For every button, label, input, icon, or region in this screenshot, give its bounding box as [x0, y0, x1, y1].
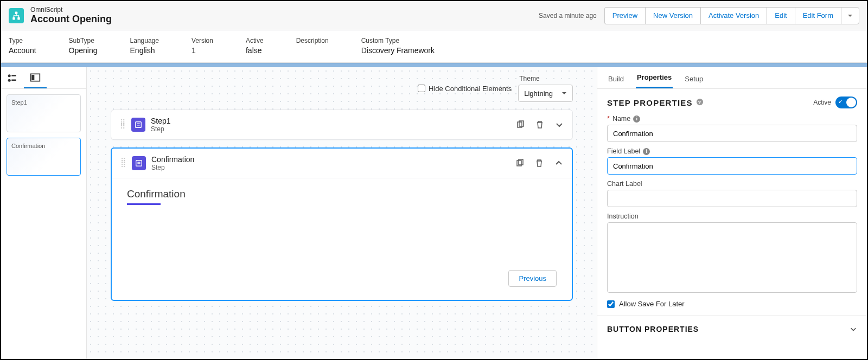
- meta-label: Version: [192, 37, 213, 44]
- meta-value: false: [246, 46, 264, 55]
- thumb-confirmation[interactable]: Confirmation: [7, 138, 81, 176]
- step-name: Step1: [151, 117, 171, 125]
- accordion-title: BUTTON PROPERTIES: [607, 325, 699, 333]
- thumb-step1[interactable]: Step1: [7, 94, 81, 132]
- thumbnail-view-tab[interactable]: [24, 67, 47, 88]
- info-icon[interactable]: i: [643, 148, 650, 155]
- allow-save-label: Allow Save For Later: [619, 300, 685, 308]
- step-icon: [132, 156, 146, 170]
- step-name: Confirmation: [151, 155, 194, 164]
- tab-setup[interactable]: Setup: [684, 69, 704, 88]
- info-icon[interactable]: i: [633, 115, 640, 123]
- instruction-label: Instruction: [607, 213, 639, 220]
- chevron-up-icon: [554, 159, 563, 168]
- tree-icon: [7, 73, 18, 83]
- expand-button[interactable]: [555, 120, 564, 129]
- meta-label: Description: [296, 37, 329, 44]
- top-band: [1, 63, 867, 67]
- hide-conditional-label: Hide Conditional Elements: [429, 85, 512, 93]
- help-icon[interactable]: ?: [696, 98, 704, 107]
- step-type: Step: [151, 164, 194, 171]
- button-properties-accordion[interactable]: BUTTON PROPERTIES: [597, 316, 867, 342]
- meta-label: SubType: [69, 37, 98, 44]
- active-label: Active: [813, 99, 831, 106]
- tab-properties[interactable]: Properties: [636, 68, 673, 88]
- new-version-button[interactable]: New Version: [645, 7, 700, 24]
- left-sidebar: Step1 Confirmation: [1, 67, 87, 359]
- more-menu-button[interactable]: [841, 7, 859, 24]
- section-title: STEP PROPERTIES: [607, 98, 693, 107]
- allow-save-checkbox[interactable]: Allow Save For Later: [607, 300, 857, 308]
- collapse-button[interactable]: [554, 159, 563, 168]
- drag-handle-icon[interactable]: ⠿⠿: [120, 159, 126, 167]
- delete-button[interactable]: [535, 159, 544, 168]
- tab-build[interactable]: Build: [607, 69, 625, 88]
- layout-icon: [30, 73, 41, 82]
- right-panel: Build Properties Setup STEP PROPERTIES ?…: [597, 67, 867, 359]
- header-title: Account Opening: [30, 14, 112, 25]
- delete-button[interactable]: [535, 120, 544, 129]
- copy-button[interactable]: [515, 159, 524, 168]
- svg-rect-9: [136, 122, 142, 128]
- trash-icon: [535, 159, 544, 168]
- svg-rect-4: [11, 75, 16, 76]
- header-subtitle: OmniScript: [30, 6, 112, 14]
- tree-view-tab[interactable]: [1, 67, 24, 88]
- svg-rect-8: [31, 75, 34, 80]
- chevron-down-icon: [555, 120, 564, 129]
- underline: [127, 203, 161, 205]
- chart-label-input[interactable]: [607, 190, 857, 207]
- svg-point-3: [8, 74, 11, 77]
- name-input[interactable]: [607, 125, 857, 142]
- meta-value: Discovery Framework: [361, 46, 435, 55]
- meta-label: Language: [130, 37, 159, 44]
- preview-button[interactable]: Preview: [604, 7, 645, 24]
- svg-text:?: ?: [698, 99, 701, 105]
- canvas: Hide Conditional Elements Theme Lightnin…: [87, 67, 597, 359]
- step-body-title: Confirmation: [127, 188, 557, 200]
- hide-conditional-input[interactable]: [418, 85, 425, 92]
- theme-label: Theme: [519, 75, 539, 82]
- chart-label-label: Chart Label: [607, 180, 642, 188]
- meta-value: Account: [9, 46, 36, 55]
- hide-conditional-checkbox[interactable]: Hide Conditional Elements: [418, 85, 512, 93]
- svg-point-5: [8, 79, 11, 81]
- meta-label: Type: [9, 37, 36, 44]
- edit-form-button[interactable]: Edit Form: [795, 7, 841, 24]
- edit-button[interactable]: Edit: [767, 7, 794, 24]
- previous-button[interactable]: Previous: [508, 270, 557, 287]
- chevron-down-icon: [850, 325, 857, 333]
- theme-select[interactable]: Lightning: [518, 85, 573, 102]
- svg-rect-1: [12, 17, 15, 20]
- meta-value: English: [130, 46, 159, 55]
- omniscript-icon: [9, 8, 24, 23]
- svg-rect-6: [11, 79, 16, 81]
- field-label-label: Field Label: [607, 147, 640, 155]
- copy-icon: [515, 159, 524, 168]
- meta-value: 1: [192, 46, 213, 55]
- step-icon: [131, 118, 145, 132]
- meta-value: Opening: [69, 46, 98, 55]
- instruction-textarea[interactable]: [607, 222, 857, 293]
- chevron-down-icon: [847, 13, 853, 18]
- app-header: OmniScript Account Opening Saved a minut…: [1, 1, 867, 30]
- step-card-confirmation[interactable]: ⠿⠿ Confirmation Step Confirmation: [111, 147, 573, 301]
- svg-rect-2: [17, 17, 20, 20]
- meta-label: Active: [246, 37, 264, 44]
- allow-save-input[interactable]: [607, 300, 615, 308]
- theme-value: Lightning: [524, 89, 553, 98]
- chevron-down-icon: [561, 91, 567, 96]
- activate-version-button[interactable]: Activate Version: [700, 7, 767, 24]
- copy-icon: [516, 120, 525, 129]
- drag-handle-icon[interactable]: ⠿⠿: [120, 121, 126, 128]
- check-icon: ✓: [838, 98, 843, 105]
- svg-rect-14: [136, 160, 142, 166]
- trash-icon: [535, 120, 544, 129]
- active-toggle[interactable]: ✓: [835, 97, 857, 108]
- title-block: OmniScript Account Opening: [30, 6, 112, 25]
- field-label-input[interactable]: [607, 157, 857, 175]
- step-type: Step: [151, 125, 171, 133]
- meta-label: Custom Type: [361, 37, 435, 44]
- copy-button[interactable]: [516, 120, 525, 129]
- step-card-step1[interactable]: ⠿⠿ Step1 Step: [111, 110, 573, 140]
